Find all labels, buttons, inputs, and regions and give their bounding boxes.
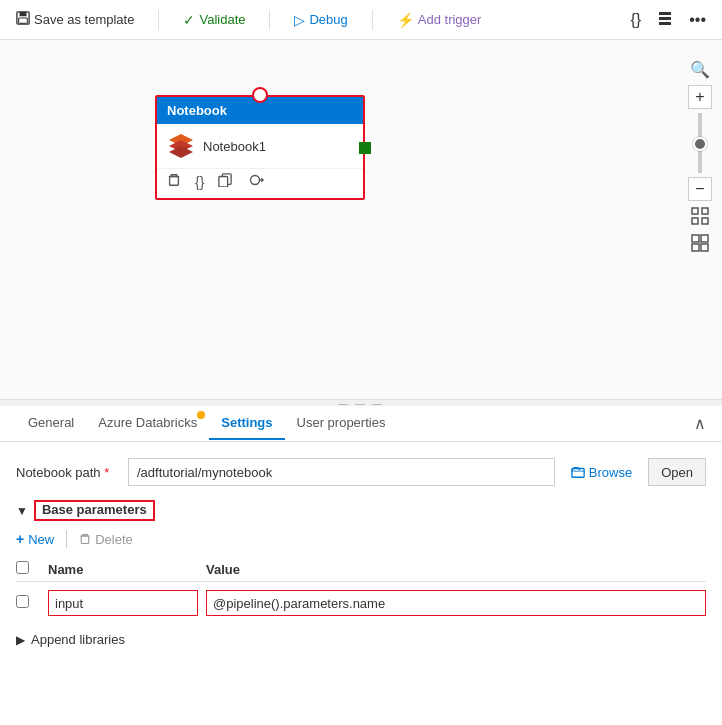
row-check-col: [16, 595, 40, 611]
svg-rect-1: [20, 12, 27, 16]
notebook-icon: [167, 132, 195, 160]
tab-badge: [197, 411, 205, 419]
append-libraries-section: ▶ Append libraries: [16, 632, 706, 647]
zoom-out-button[interactable]: −: [688, 177, 712, 201]
svg-rect-22: [572, 469, 584, 478]
more-options-button[interactable]: •••: [685, 8, 710, 32]
param-value-input[interactable]: [206, 590, 706, 616]
validate-button[interactable]: ✓ Validate: [179, 10, 249, 30]
delete-node-icon[interactable]: [167, 173, 181, 190]
svg-rect-15: [702, 208, 708, 214]
toolbar-right: {} •••: [627, 8, 711, 32]
separator2: [269, 10, 270, 30]
toolbar: Save as template ✓ Validate ▷ Debug ⚡ Ad…: [0, 0, 722, 40]
tab-bar: General Azure Databricks Settings User p…: [0, 406, 722, 442]
node-body: Notebook1: [157, 124, 363, 168]
add-trigger-button[interactable]: ⚡ Add trigger: [393, 10, 486, 30]
append-libraries-label: Append libraries: [31, 632, 125, 647]
open-button[interactable]: Open: [648, 458, 706, 486]
node-connector-right: [359, 142, 371, 154]
svg-rect-21: [701, 244, 708, 251]
params-table-header: Name Value: [16, 557, 706, 582]
svg-rect-19: [701, 235, 708, 242]
row-checkbox[interactable]: [16, 595, 29, 608]
node-actions: {}: [157, 168, 363, 198]
debug-button[interactable]: ▷ Debug: [290, 10, 351, 30]
search-icon[interactable]: 🔍: [690, 60, 710, 79]
params-table: Name Value: [16, 557, 706, 618]
svg-rect-9: [170, 177, 179, 186]
grid-icon[interactable]: [691, 234, 709, 255]
base-params-section-border: Base parameters: [34, 500, 155, 521]
tab-user-properties[interactable]: User properties: [285, 407, 398, 440]
separator: [158, 10, 159, 30]
svg-rect-20: [692, 244, 699, 251]
fit-view-icon[interactable]: [691, 207, 709, 228]
notebook-node[interactable]: Notebook Notebook1 {}: [155, 95, 365, 200]
canvas-area: Notebook Notebook1 {}: [0, 40, 722, 400]
base-params-header: ▼ Base parameters: [16, 500, 706, 521]
params-sep: [66, 530, 67, 548]
copy-node-icon[interactable]: [218, 173, 232, 190]
svg-rect-17: [702, 218, 708, 224]
svg-rect-18: [692, 235, 699, 242]
param-row: [16, 588, 706, 618]
list-view-button[interactable]: [653, 8, 677, 32]
new-param-button[interactable]: + New: [16, 529, 60, 549]
separator3: [372, 10, 373, 30]
base-params-title: Base parameters: [42, 502, 147, 517]
validate-icon: ✓: [183, 12, 195, 28]
svg-rect-5: [659, 22, 671, 25]
header-check-col: [16, 561, 40, 577]
arrow-node-icon[interactable]: [246, 173, 264, 190]
params-actions: + New Delete: [16, 529, 706, 549]
zoom-controls: 🔍 + −: [688, 60, 712, 255]
bottom-panel: General Azure Databricks Settings User p…: [0, 406, 722, 725]
svg-rect-16: [692, 218, 698, 224]
collapse-panel-button[interactable]: ∧: [694, 414, 706, 433]
save-template-button[interactable]: Save as template: [12, 9, 138, 30]
select-all-checkbox[interactable]: [16, 561, 29, 574]
delete-param-button[interactable]: Delete: [73, 530, 139, 549]
section-toggle-icon[interactable]: ▼: [16, 504, 28, 518]
tab-azure-databricks[interactable]: Azure Databricks: [86, 407, 209, 440]
code-view-button[interactable]: {}: [627, 8, 646, 32]
trigger-icon: ⚡: [397, 12, 414, 28]
svg-rect-14: [692, 208, 698, 214]
zoom-slider-track: [698, 113, 702, 173]
node-connector-top: [252, 87, 268, 103]
code-node-icon[interactable]: {}: [195, 174, 204, 190]
param-name-input[interactable]: [48, 590, 198, 616]
debug-icon: ▷: [294, 12, 305, 28]
required-marker: *: [104, 465, 109, 480]
zoom-in-button[interactable]: +: [688, 85, 712, 109]
save-icon: [16, 11, 30, 28]
panel-content: Notebook path * Browse Open ▼ Base param…: [0, 442, 722, 725]
svg-rect-4: [659, 17, 671, 20]
browse-button[interactable]: Browse: [567, 465, 636, 480]
tab-general[interactable]: General: [16, 407, 86, 440]
svg-rect-23: [81, 536, 89, 544]
tab-settings[interactable]: Settings: [209, 407, 284, 440]
notebook-path-input[interactable]: [128, 458, 555, 486]
svg-rect-11: [219, 177, 228, 188]
header-value-col: Value: [206, 562, 706, 577]
zoom-slider-thumb[interactable]: [693, 137, 707, 151]
plus-icon: +: [16, 531, 24, 547]
append-toggle-icon[interactable]: ▶: [16, 633, 25, 647]
svg-point-12: [251, 176, 260, 185]
svg-rect-3: [659, 12, 671, 15]
header-name-col: Name: [48, 562, 198, 577]
svg-rect-2: [19, 18, 28, 23]
notebook-path-label: Notebook path *: [16, 465, 116, 480]
notebook-path-row: Notebook path * Browse Open: [16, 458, 706, 486]
